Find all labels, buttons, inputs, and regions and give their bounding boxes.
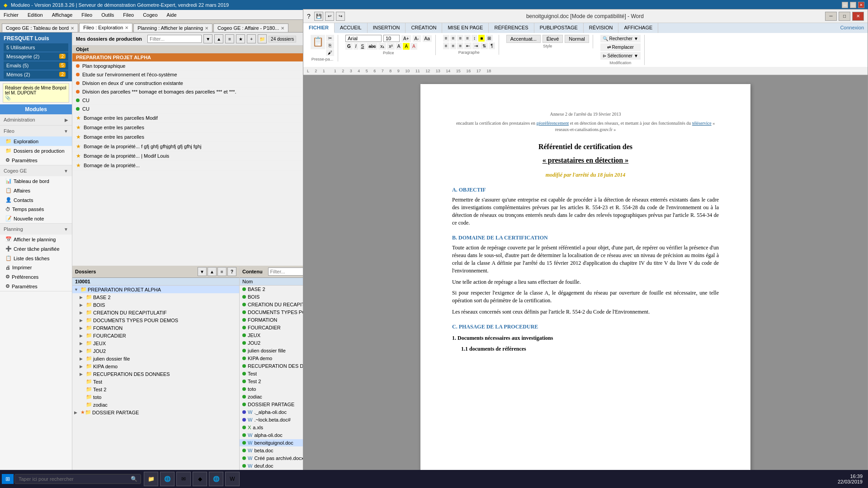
- taskbar-search[interactable]: [14, 474, 141, 484]
- remplacer-button[interactable]: ⇄ Remplacer: [600, 43, 641, 51]
- close-button[interactable]: ✕: [858, 2, 864, 8]
- tree-item[interactable]: 📁 Test: [72, 378, 239, 385]
- clear-format-btn[interactable]: A: [396, 43, 402, 50]
- sidebar-item-afficher-planning[interactable]: 📅 Afficher le planning: [0, 235, 72, 244]
- tree-item[interactable]: ▶ 📁 JEUX: [72, 339, 239, 347]
- menu-cogeo[interactable]: Cogeo: [141, 11, 159, 19]
- tab-close-icon[interactable]: ✕: [205, 26, 208, 31]
- help-dossiers[interactable]: ?: [227, 267, 236, 276]
- tree-item[interactable]: ▼ 📁 PREPARATION PROJET ALPHA: [72, 286, 239, 293]
- copier-button[interactable]: ⎘: [326, 42, 334, 49]
- tree-item[interactable]: ▶ 📁 BASE 2: [72, 293, 239, 301]
- font-family-selector[interactable]: [345, 35, 382, 42]
- sidebar-item-affaires[interactable]: 📋 Affaires: [0, 186, 72, 195]
- list-view-button[interactable]: ≡: [225, 34, 234, 43]
- tab-cogeo-affaire[interactable]: Cogeo GE : Affaire - P180... ✕: [213, 23, 288, 32]
- show-marks-btn[interactable]: ¶: [489, 42, 495, 49]
- sidebar-item-nouvelle-note[interactable]: 📝 Nouvelle note: [0, 214, 72, 223]
- teleservice-link[interactable]: téléservice: [692, 121, 712, 126]
- taskbar-files-icon[interactable]: 📁: [144, 472, 158, 486]
- align-right-btn[interactable]: ≡: [457, 35, 463, 42]
- tree-item[interactable]: ▶ 📁 DOCUMENTS TYPES POUR DEMOS: [72, 316, 239, 324]
- taskbar-moduleo-icon[interactable]: ◆: [193, 472, 207, 486]
- sidebar-item-liste-taches[interactable]: 📋 Liste des tâches: [0, 253, 72, 263]
- sidebar-item-dossiers-production[interactable]: 📁 Dossiers de production: [0, 146, 72, 155]
- menu-edition[interactable]: Edition: [26, 11, 45, 19]
- decrease-font-btn[interactable]: A-: [413, 35, 421, 42]
- menu-outils[interactable]: Outils: [99, 11, 116, 19]
- tab-close-icon[interactable]: ✕: [71, 26, 74, 31]
- sidebar-item-tableau-bord[interactable]: 📊 Tableau de bord: [0, 176, 72, 186]
- align-left-btn[interactable]: ≡: [443, 35, 449, 42]
- sidebar-item-temps-passes[interactable]: ⏱ Temps passés: [0, 205, 72, 214]
- underline-button[interactable]: S: [359, 43, 366, 50]
- sidebar-item-preferences[interactable]: ⚙ Préférences: [0, 272, 72, 282]
- tree-item[interactable]: ▶ 📁 FORMATION: [72, 324, 239, 332]
- administration-header[interactable]: Administration ▶: [0, 114, 72, 125]
- menu-fileo[interactable]: Fileo: [80, 11, 94, 19]
- taskbar-word-icon[interactable]: W: [225, 472, 240, 486]
- line-spacing-btn[interactable]: ↕: [472, 35, 477, 42]
- menu-aide[interactable]: Aide: [165, 11, 179, 19]
- italic-button[interactable]: I: [354, 43, 359, 50]
- add-button[interactable]: +: [247, 34, 256, 43]
- stat-messagerie[interactable]: Messagerie (2) 2: [4, 52, 68, 61]
- tree-item[interactable]: 📁 zodiac: [72, 401, 239, 408]
- menu-fileo2[interactable]: Fileo: [121, 11, 136, 19]
- coller-button[interactable]: 📋: [311, 35, 325, 49]
- word-document-area[interactable]: Annexe 2 de l'arrêté du 19 février 2013 …: [303, 75, 868, 478]
- stat-memos[interactable]: Mémos (2) 2: [4, 70, 68, 79]
- tree-item[interactable]: ▶ 📁 JOU2: [72, 347, 239, 355]
- couper-button[interactable]: ✂: [326, 35, 334, 42]
- rechercher-button[interactable]: 🔍 Rechercher ▼: [600, 35, 641, 42]
- style-accentue[interactable]: Accentuat...: [506, 35, 541, 43]
- bold-button[interactable]: G: [345, 43, 353, 50]
- justify-btn[interactable]: ≡: [464, 35, 471, 42]
- menu-fichier[interactable]: Fichier: [2, 11, 20, 19]
- numbering-btn[interactable]: ≡: [450, 42, 457, 49]
- star-filter-button[interactable]: ★: [236, 34, 245, 43]
- stat-utilisateurs[interactable]: 5 Utilisateurs: [4, 43, 68, 52]
- sidebar-item-imprimer[interactable]: 🖨 Imprimer: [0, 263, 72, 272]
- tab-cogeo-bord[interactable]: Cogeo GE : Tableau de bord ✕: [2, 23, 78, 32]
- font-size-selector[interactable]: [383, 35, 400, 42]
- production-filter[interactable]: [147, 35, 202, 43]
- tree-item[interactable]: ▶ 📁 KIPA demo: [72, 362, 239, 370]
- increase-indent-btn[interactable]: ⇥: [472, 42, 480, 49]
- menu-affichage[interactable]: Affichage: [50, 11, 75, 19]
- modules-button[interactable]: Modules: [0, 104, 72, 114]
- tree-item[interactable]: ▶ 📁 RECUPERATION DES DONNEES: [72, 370, 239, 378]
- align-center-btn[interactable]: ≡: [450, 35, 457, 42]
- increase-font-btn[interactable]: A+: [401, 35, 411, 42]
- sidebar-item-exploration[interactable]: 📁 Exploration: [0, 136, 72, 146]
- selectionner-button[interactable]: ⊳ Sélectionner ▼: [600, 52, 641, 60]
- tree-item[interactable]: 📁 Test 2: [72, 385, 239, 393]
- taskbar-browser-icon[interactable]: 🌐: [160, 472, 175, 486]
- bullets-btn[interactable]: ≡: [443, 42, 449, 49]
- folder-button[interactable]: 📁: [258, 34, 267, 43]
- sort-up-button[interactable]: ▲: [214, 34, 223, 43]
- highlight-btn[interactable]: A: [403, 43, 410, 50]
- tree-item[interactable]: ▶ 📁 FOURCADIER: [72, 332, 239, 339]
- minimize-button[interactable]: ─: [842, 2, 848, 8]
- style-normal[interactable]: Normal: [565, 35, 589, 43]
- georef-link[interactable]: géoréférencement: [537, 121, 569, 126]
- fileo-header[interactable]: Fileo ▼: [0, 126, 72, 136]
- tree-item[interactable]: ▶ 📁 julien dossier file: [72, 355, 239, 362]
- cogeo-header[interactable]: Cogeo GE ▼: [0, 165, 72, 176]
- subscript-btn[interactable]: x₁: [378, 43, 386, 50]
- decrease-indent-btn[interactable]: ⇤: [464, 42, 472, 49]
- stat-emails[interactable]: Emails (5) 5: [4, 61, 68, 70]
- shading-btn[interactable]: ■: [478, 35, 485, 42]
- tab-close-icon[interactable]: ✕: [125, 25, 128, 30]
- maximize-button[interactable]: □: [850, 2, 856, 8]
- sidebar-item-creer-tache[interactable]: ➕ Créer tâche planifiée: [0, 244, 72, 253]
- sort-up-dossiers[interactable]: ▲: [208, 267, 217, 276]
- reproduire-button[interactable]: 🖌: [326, 49, 334, 56]
- case-btn[interactable]: Aa: [423, 35, 432, 42]
- taskbar-chrome-icon[interactable]: 🌐: [209, 472, 223, 486]
- sort-btn[interactable]: ⇅: [481, 42, 488, 49]
- superscript-btn[interactable]: x²: [387, 43, 394, 50]
- sidebar-item-parametres-fileo[interactable]: ⚙ Paramètres: [0, 155, 72, 165]
- start-button[interactable]: ⊞: [2, 474, 14, 484]
